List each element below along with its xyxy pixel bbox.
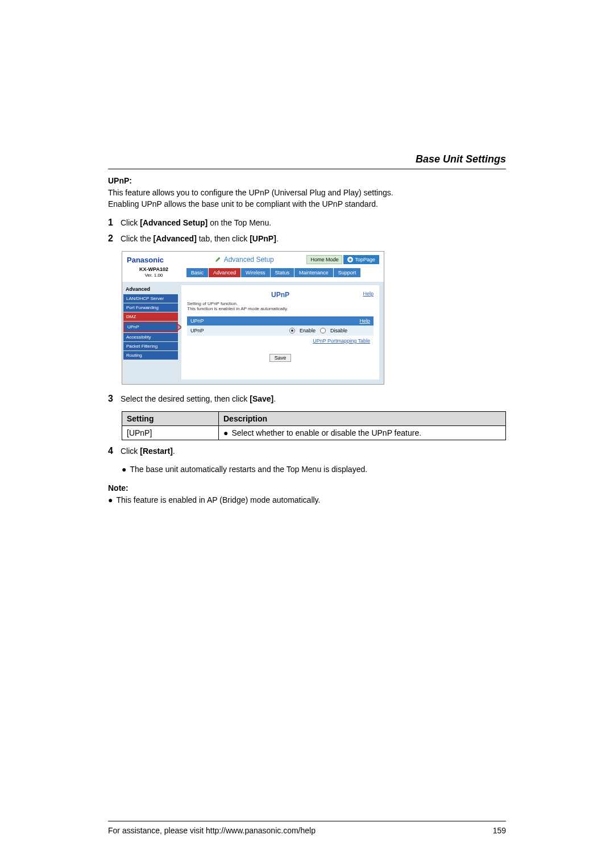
circle-icon: ◉: [347, 257, 353, 262]
ss-body: Advanced LAN/DHCP Server Port Forwarding…: [122, 282, 384, 384]
sidebar-item-packet-filtering[interactable]: Packet Filtering: [123, 342, 178, 350]
ss-title: Advanced Setup: [181, 256, 306, 264]
sidebar-item-port-forwarding[interactable]: Port Forwarding: [123, 303, 178, 312]
step-number: 4: [108, 446, 121, 456]
settings-table: Setting Description [UPnP] ●Select wheth…: [122, 411, 506, 440]
step-list: 1 Click [Advanced Setup] on the Top Menu…: [108, 218, 506, 244]
page-footer: For assistance, please visit http://www.…: [108, 821, 506, 835]
portmap-row: UPnP Portmapping Table: [187, 336, 374, 344]
page-number: 159: [493, 826, 506, 835]
step-4: 4 Click [Restart].: [108, 446, 506, 457]
step-1: 1 Click [Advanced Setup] on the Top Menu…: [108, 218, 506, 229]
radio-disable[interactable]: [320, 328, 326, 333]
intro-paragraph: This feature allows you to configure the…: [108, 187, 506, 210]
model-info: KX-WPA102 Ver. 1.00: [127, 266, 181, 278]
save-row: Save: [187, 354, 374, 362]
step-list-continued-2: 4 Click [Restart].: [108, 446, 506, 457]
step-4-bullet: ● The base unit automatically restarts a…: [122, 464, 506, 475]
sidebar-item-lan-dhcp[interactable]: LAN/DHCP Server: [123, 294, 178, 303]
row-label: UPnP: [190, 328, 204, 333]
home-mode-badge[interactable]: Home Mode: [306, 255, 342, 264]
step-number: 3: [108, 394, 121, 404]
panel-help-link[interactable]: Help: [359, 318, 370, 324]
page-content: Base Unit Settings UPnP: This feature al…: [0, 0, 614, 540]
main-panel: Help UPnP Setting of UPnP function. This…: [181, 285, 379, 379]
sidebar-item-accessibility[interactable]: Accessibility: [123, 333, 178, 341]
disable-label: Disable: [330, 328, 347, 333]
panel-head-label: UPnP: [190, 318, 204, 324]
td-description: ●Select whether to enable or disable the…: [219, 426, 506, 440]
tab-advanced[interactable]: Advanced: [209, 268, 240, 277]
step-text: Click the [Advanced] tab, then click [UP…: [121, 233, 506, 245]
sidebar-item-dmz[interactable]: DMZ: [123, 312, 178, 321]
tab-maintenance[interactable]: Maintenance: [294, 268, 333, 277]
th-description: Description: [219, 412, 506, 426]
tab-bar: Basic Advanced Wireless Status Maintenan…: [186, 268, 360, 277]
portmapping-link[interactable]: UPnP Portmapping Table: [313, 338, 370, 344]
bullet-icon: ●: [122, 464, 126, 475]
title-underline: [108, 169, 506, 169]
radio-group: Enable Disable: [289, 328, 370, 333]
ss-row-2: KX-WPA102 Ver. 1.00 Basic Advanced Wirel…: [122, 266, 384, 281]
ss-badges: Home Mode ◉ TopPage: [306, 255, 379, 264]
tab-support[interactable]: Support: [334, 268, 361, 277]
step-text: Click [Advanced Setup] on the Top Menu.: [121, 218, 506, 229]
bullet-text: The base unit automatically restarts and…: [130, 464, 367, 475]
enable-label: Enable: [300, 328, 316, 333]
section-title: Base Unit Settings: [108, 153, 506, 165]
main-title: UPnP: [187, 291, 374, 299]
sidebar: Advanced LAN/DHCP Server Port Forwarding…: [122, 282, 179, 384]
bullet-icon: ●: [223, 428, 228, 437]
table-row: [UPnP] ●Select whether to enable or disa…: [122, 426, 506, 440]
note-label: Note:: [108, 483, 506, 493]
chevron-inner-icon: [178, 325, 181, 329]
embedded-screenshot: Panasonic Advanced Setup Home Mode ◉ Top…: [122, 251, 384, 384]
intro-line-1: This feature allows you to configure the…: [108, 188, 393, 197]
pencil-icon: [214, 256, 222, 264]
footer-text: For assistance, please visit http://www.…: [108, 826, 316, 835]
step-text: Select the desired setting, then click […: [121, 394, 506, 405]
top-page-badge[interactable]: ◉ TopPage: [343, 255, 379, 264]
table-row: Setting Description: [122, 412, 506, 426]
tab-wireless[interactable]: Wireless: [241, 268, 270, 277]
note-block: Note: ● This feature is enabled in AP (B…: [108, 483, 506, 506]
tab-basic[interactable]: Basic: [186, 268, 208, 277]
upnp-heading: UPnP:: [108, 176, 506, 185]
step-3: 3 Select the desired setting, then click…: [108, 394, 506, 405]
ss-header: Panasonic Advanced Setup Home Mode ◉ Top…: [122, 252, 384, 266]
step-number: 1: [108, 218, 121, 228]
help-link[interactable]: Help: [363, 291, 374, 297]
step-2: 2 Click the [Advanced] tab, then click […: [108, 233, 506, 245]
sidebar-item-routing[interactable]: Routing: [123, 351, 178, 360]
bullet-icon: ●: [108, 495, 113, 506]
intro-line-2: Enabling UPnP allows the base unit to be…: [108, 199, 378, 208]
step-list-continued: 3 Select the desired setting, then click…: [108, 394, 506, 405]
note-text: This feature is enabled in AP (Bridge) m…: [116, 495, 320, 506]
brand-logo: Panasonic: [127, 256, 181, 264]
step-number: 2: [108, 233, 121, 244]
panel-row: UPnP Enable Disable: [187, 326, 374, 336]
note-item: ● This feature is enabled in AP (Bridge)…: [108, 495, 506, 506]
panel-header: UPnP Help: [187, 316, 374, 326]
step-text: Click [Restart].: [121, 446, 506, 457]
th-setting: Setting: [122, 412, 219, 426]
sidebar-title: Advanced: [123, 284, 178, 294]
note-bullets: ● This feature is enabled in AP (Bridge)…: [108, 495, 506, 506]
save-button[interactable]: Save: [269, 354, 292, 362]
sidebar-item-upnp[interactable]: UPnP: [123, 322, 178, 332]
td-setting: [UPnP]: [122, 426, 219, 440]
radio-enable[interactable]: [289, 328, 295, 333]
tab-status[interactable]: Status: [271, 268, 294, 277]
main-desc: Setting of UPnP function. This function …: [187, 301, 374, 312]
